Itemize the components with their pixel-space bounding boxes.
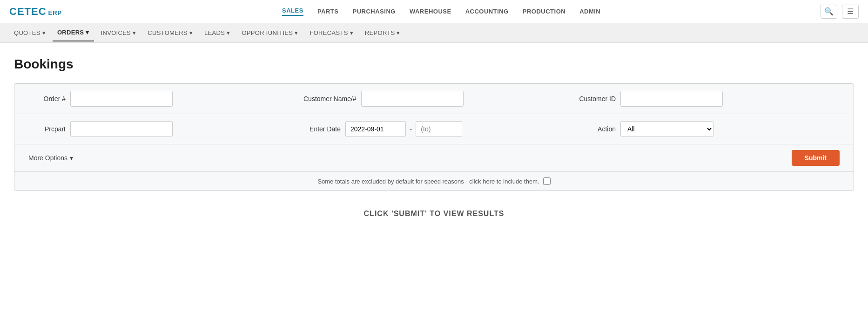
subnav-quotes[interactable]: QUOTES ▾ [9,25,50,41]
customer-id-group: Customer ID [579,91,840,107]
filter-row-2: Prcpart Enter Date - Action All New Upda… [14,114,854,144]
nav-purchasing[interactable]: PURCHASING [353,8,396,15]
enter-date-group: Enter Date - [303,121,565,137]
nav-parts[interactable]: PARTS [317,8,339,15]
nav-warehouse[interactable]: WAREHOUSE [410,8,451,15]
notice-row: Some totals are excluded by default for … [14,172,854,191]
more-options-row: More Options ▾ Submit [14,144,854,172]
customer-id-input[interactable] [620,91,723,107]
top-nav-right: 🔍 ☰ [821,5,859,19]
customer-name-group: Customer Name/# [303,91,565,107]
more-options-label: More Options [28,154,67,162]
more-options-button[interactable]: More Options ▾ [28,154,73,162]
subnav-invoices[interactable]: INVOICES ▾ [96,25,141,41]
order-number-group: Order # [28,91,289,107]
prcpart-label: Prcpart [28,125,66,133]
subnav-reports[interactable]: REPORTS ▾ [360,25,405,41]
subnav-leads[interactable]: LEADS ▾ [200,25,235,41]
results-placeholder: CLICK 'SUBMIT' TO VIEW RESULTS [14,191,854,237]
subnav-orders[interactable]: ORDERS ▾ [53,24,94,41]
include-totals-checkbox[interactable] [543,177,551,185]
enter-date-to-input[interactable] [416,121,462,137]
date-dash: - [408,125,413,133]
prcpart-input[interactable] [70,121,173,137]
menu-button[interactable]: ☰ [842,5,859,19]
search-icon: 🔍 [824,7,834,16]
action-group: Action All New Updated Deleted [579,121,840,137]
top-navigation: CETECERP SALES PARTS PURCHASING WAREHOUS… [0,0,868,23]
nav-sales[interactable]: SALES [282,7,303,16]
hamburger-icon: ☰ [847,7,854,16]
order-number-input[interactable] [70,91,173,107]
product-name: ERP [48,9,62,16]
subnav-forecasts[interactable]: FORECASTS ▾ [305,25,357,41]
customer-name-label: Customer Name/# [303,95,357,102]
action-select[interactable]: All New Updated Deleted [620,121,713,137]
enter-date-label: Enter Date [303,125,341,133]
filter-row-1: Order # Customer Name/# Customer ID [14,84,854,114]
enter-date-from-input[interactable] [345,121,406,137]
nav-production[interactable]: PRODUCTION [523,8,565,15]
submit-button[interactable]: Submit [792,150,840,166]
nav-accounting[interactable]: ACCOUNTING [465,8,509,15]
notice-text: Some totals are excluded by default for … [317,178,539,185]
top-nav-links: SALES PARTS PURCHASING WAREHOUSE ACCOUNT… [62,7,821,16]
nav-admin[interactable]: ADMIN [579,8,600,15]
more-options-chevron-icon: ▾ [70,154,73,162]
prcpart-group: Prcpart [28,121,289,137]
action-label: Action [579,125,616,133]
page-title: Bookings [14,57,854,72]
search-button[interactable]: 🔍 [821,5,837,19]
page-content: Bookings Order # Customer Name/# Custome… [0,43,868,251]
customer-name-input[interactable] [361,91,464,107]
filter-box: Order # Customer Name/# Customer ID Prcp… [14,83,854,191]
brand-name: CETEC [9,6,47,17]
order-number-label: Order # [28,95,66,102]
sub-navigation: QUOTES ▾ ORDERS ▾ INVOICES ▾ CUSTOMERS ▾… [0,23,868,43]
logo: CETECERP [9,6,62,18]
customer-id-label: Customer ID [579,95,616,102]
subnav-opportunities[interactable]: OPPORTUNITIES ▾ [237,25,303,41]
subnav-customers[interactable]: CUSTOMERS ▾ [143,25,197,41]
enter-date-inputs: - [345,121,462,137]
